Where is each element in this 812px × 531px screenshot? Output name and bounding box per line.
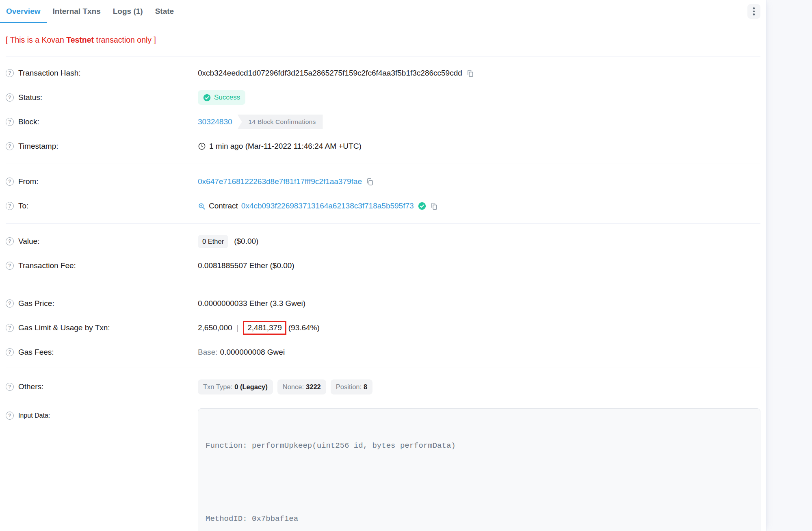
to-type-label: Contract <box>209 202 238 210</box>
ether-value-badge: 0 Ether <box>198 235 228 248</box>
input-data-textarea[interactable]: Function: performUpkeep(uint256 id, byte… <box>198 408 760 531</box>
row-timestamp: Timestamp: 1 min ago (Mar-11-2022 11:46:… <box>6 134 760 158</box>
row-label: Block: <box>18 117 39 126</box>
nonce-badge: Nonce:3222 <box>277 379 326 394</box>
row-gas-fees: Gas Fees: Base: 0.000000008 Gwei <box>6 340 760 364</box>
help-icon[interactable] <box>6 412 14 420</box>
position-badge: Position:8 <box>331 379 372 394</box>
block-number-link[interactable]: 30324830 <box>198 117 232 126</box>
tab-logs[interactable]: Logs (1) <box>107 0 149 23</box>
help-icon[interactable] <box>6 348 14 356</box>
help-icon[interactable] <box>6 237 14 245</box>
row-label: Status: <box>18 93 42 102</box>
row-label: From: <box>18 177 39 186</box>
row-label: Others: <box>18 382 43 391</box>
tab-bar: Overview Internal Txns Logs (1) State <box>0 0 766 23</box>
transaction-details-card: Overview Internal Txns Logs (1) State [ … <box>0 0 767 531</box>
from-address-link[interactable]: 0x647e7168122263d8e7f81f17fff9c2f1aa379f… <box>198 177 362 186</box>
testnet-warning: [ This is a Kovan Testnet transaction on… <box>6 35 760 45</box>
clock-icon <box>198 142 206 150</box>
row-transaction-fee: Transaction Fee: 0.0081885507 Ether ($0.… <box>6 254 760 278</box>
to-address-link[interactable]: 0x4cb093f226983713164a62138c3f718a5b595f… <box>241 202 414 210</box>
row-label: Gas Price: <box>18 299 54 308</box>
status-badge: Success <box>198 90 245 105</box>
row-value: Value: 0 Ether ($0.00) <box>6 229 760 254</box>
base-fee-label: Base: <box>198 348 218 357</box>
row-from: From: 0x647e7168122263d8e7f81f17fff9c2f1… <box>6 169 760 194</box>
input-methodid-line: MethodID: 0x7bbaf1ea <box>206 513 753 525</box>
base-fee-value: 0.000000008 Gwei <box>220 348 285 357</box>
row-gas-limit-usage: Gas Limit & Usage by Txn: 2,650,000 | 2,… <box>6 316 760 340</box>
help-icon[interactable] <box>6 178 14 186</box>
section-overview-top: Transaction Hash: 0xcb324eedcd1d07296fdf… <box>6 56 760 163</box>
row-label: Transaction Fee: <box>18 261 76 270</box>
pipe-separator: | <box>237 324 239 332</box>
row-status: Status: Success <box>6 85 760 110</box>
help-icon[interactable] <box>6 69 14 77</box>
help-icon[interactable] <box>6 202 14 210</box>
row-label: Transaction Hash: <box>18 69 80 78</box>
help-icon[interactable] <box>6 383 14 391</box>
row-label: Timestamp: <box>18 142 58 151</box>
help-icon[interactable] <box>6 262 14 270</box>
transaction-hash-value: 0xcb324eedcd1d07296fdf3d215a2865275f159c… <box>198 69 462 78</box>
help-icon[interactable] <box>6 299 14 308</box>
gas-used-percent: (93.64%) <box>288 323 320 332</box>
testnet-warning-section: [ This is a Kovan Testnet transaction on… <box>6 23 760 56</box>
gas-used-value: 2,481,379 <box>247 323 282 332</box>
copy-to-button[interactable] <box>430 202 438 210</box>
gas-used-annotation-box: 2,481,379 <box>243 321 286 335</box>
row-gas-price: Gas Price: 0.0000000033 Ether (3.3 Gwei) <box>6 291 760 316</box>
row-label: Value: <box>18 237 39 246</box>
txn-type-badge: Txn Type:0 (Legacy) <box>198 379 273 394</box>
usd-value: ($0.00) <box>234 237 258 246</box>
row-label: Input Data: <box>18 412 50 419</box>
copy-hash-button[interactable] <box>466 69 474 77</box>
tab-state[interactable]: State <box>149 0 180 23</box>
section-value: Value: 0 Ether ($0.00) Transaction Fee: … <box>6 224 760 283</box>
block-confirmations-badge: 14 Block Confirmations <box>238 115 323 129</box>
section-addresses: From: 0x647e7168122263d8e7f81f17fff9c2f1… <box>6 163 760 224</box>
magnifier-plus-icon <box>198 202 206 210</box>
section-gas: Gas Price: 0.0000000033 Ether (3.3 Gwei)… <box>6 283 760 368</box>
verified-contract-icon <box>418 202 426 210</box>
more-options-button[interactable] <box>747 4 760 19</box>
copy-icon <box>466 69 474 77</box>
transaction-fee-value: 0.0081885507 Ether ($0.00) <box>198 261 294 270</box>
success-check-icon <box>203 94 211 102</box>
gas-limit-value: 2,650,000 <box>198 323 232 332</box>
help-icon[interactable] <box>6 142 14 150</box>
copy-icon <box>430 202 438 210</box>
row-label: Gas Fees: <box>18 348 54 357</box>
row-transaction-hash: Transaction Hash: 0xcb324eedcd1d07296fdf… <box>6 61 760 85</box>
copy-from-button[interactable] <box>366 178 374 186</box>
input-function-line: Function: performUpkeep(uint256 id, byte… <box>206 440 753 452</box>
contract-internal-txns-button[interactable] <box>198 202 206 210</box>
kebab-icon <box>753 7 755 9</box>
tab-internal-txns[interactable]: Internal Txns <box>47 0 107 23</box>
row-label: To: <box>18 202 28 210</box>
row-input-data: Input Data: Function: performUpkeep(uint… <box>6 408 760 531</box>
help-icon[interactable] <box>6 324 14 332</box>
timestamp-value: 1 min ago (Mar-11-2022 11:46:24 AM +UTC) <box>209 142 362 151</box>
row-label: Gas Limit & Usage by Txn: <box>18 323 110 332</box>
help-icon[interactable] <box>6 93 14 102</box>
row-block: Block: 30324830 14 Block Confirmations <box>6 110 760 134</box>
help-icon[interactable] <box>6 118 14 126</box>
row-others: Others: Txn Type:0 (Legacy) Nonce:3222 P… <box>6 375 760 399</box>
gas-price-value: 0.0000000033 Ether (3.3 Gwei) <box>198 299 305 308</box>
tab-overview[interactable]: Overview <box>0 0 47 23</box>
row-to: To: Contract 0x4cb093f226983713164a62138… <box>6 194 760 218</box>
copy-icon <box>366 178 374 186</box>
section-others-input: Others: Txn Type:0 (Legacy) Nonce:3222 P… <box>6 368 760 531</box>
